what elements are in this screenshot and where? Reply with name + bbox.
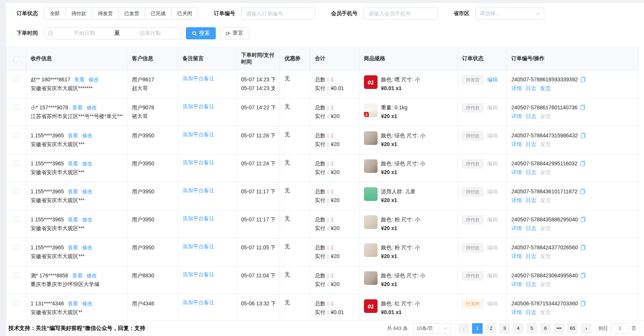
page-button-6[interactable]: 6: [540, 323, 551, 334]
more-pages-button[interactable]: •••: [554, 323, 564, 334]
modify-address-link[interactable]: 修改: [88, 76, 99, 82]
edit-order-link[interactable]: 编辑: [487, 76, 498, 82]
detail-link[interactable]: 详情: [511, 169, 522, 175]
edit-order-link[interactable]: 编辑: [487, 216, 498, 222]
date-range-picker[interactable]: 开始日期 至 结束日期: [44, 27, 182, 39]
ship-link[interactable]: 发货: [540, 169, 551, 175]
page-button-5[interactable]: 5: [526, 323, 537, 334]
copy-icon[interactable]: [581, 217, 585, 222]
page-button-3[interactable]: 3: [499, 323, 510, 334]
copy-icon[interactable]: [581, 189, 585, 194]
view-address-link[interactable]: 查看: [72, 272, 83, 278]
ship-link[interactable]: 发货: [540, 281, 551, 287]
log-link[interactable]: 日志: [526, 113, 536, 119]
copy-icon[interactable]: [581, 301, 585, 306]
add-platform-note-link[interactable]: 添加平台备注: [183, 271, 214, 277]
ship-link[interactable]: 发货: [540, 141, 551, 147]
add-platform-note-link[interactable]: 添加平台备注: [183, 131, 214, 137]
status-tab-closed[interactable]: 已关闭: [172, 8, 198, 20]
detail-link[interactable]: 详情: [511, 197, 522, 203]
row-checkbox[interactable]: [14, 244, 19, 250]
add-platform-note-link[interactable]: 添加平台备注: [183, 103, 214, 109]
row-checkbox[interactable]: [14, 300, 19, 306]
status-tab-all[interactable]: 全部: [44, 8, 66, 20]
edit-order-link[interactable]: 编辑: [487, 132, 498, 138]
copy-icon[interactable]: [581, 105, 585, 110]
add-platform-note-link[interactable]: 添加平台备注: [183, 187, 214, 193]
add-platform-note-link[interactable]: 添加平台备注: [183, 75, 214, 81]
log-link[interactable]: 日志: [526, 253, 536, 259]
ship-link[interactable]: 发货: [540, 85, 551, 91]
log-link[interactable]: 日志: [526, 281, 536, 287]
prev-page-button[interactable]: ‹: [458, 323, 469, 334]
status-tab-pending-payment[interactable]: 待付款: [66, 8, 92, 20]
modify-address-link[interactable]: 修改: [82, 300, 93, 306]
edit-order-link[interactable]: 编辑: [487, 104, 498, 110]
ship-link[interactable]: 发货: [540, 309, 551, 315]
copy-icon[interactable]: [581, 77, 585, 82]
detail-link[interactable]: 详情: [511, 85, 522, 91]
copy-icon[interactable]: [581, 161, 585, 166]
copy-icon[interactable]: [581, 245, 585, 250]
view-address-link[interactable]: 查看: [72, 104, 83, 110]
ship-link[interactable]: 发货: [540, 113, 551, 119]
log-link[interactable]: 日志: [526, 85, 536, 91]
modify-address-link[interactable]: 修改: [82, 188, 93, 194]
reset-button[interactable]: ⟳ 重置: [220, 27, 249, 39]
detail-link[interactable]: 详情: [511, 141, 522, 147]
select-all-checkbox[interactable]: [14, 56, 19, 62]
edit-order-link[interactable]: 编辑: [487, 244, 498, 250]
detail-link[interactable]: 详情: [511, 281, 522, 287]
goto-page-input[interactable]: [611, 323, 629, 334]
view-address-link[interactable]: 查看: [68, 216, 78, 222]
log-link[interactable]: 日志: [526, 169, 536, 175]
page-button-last[interactable]: 65: [567, 323, 578, 334]
ship-link[interactable]: 发货: [540, 253, 551, 259]
view-address-link[interactable]: 查看: [68, 300, 78, 306]
log-link[interactable]: 日志: [526, 309, 536, 315]
add-platform-note-link[interactable]: 添加平台备注: [183, 215, 214, 221]
page-size-select[interactable]: 10条/页: [413, 323, 451, 334]
search-button[interactable]: 搜索: [186, 27, 216, 39]
status-tab-shipped[interactable]: 已发货: [119, 8, 145, 20]
next-page-button[interactable]: ›: [581, 323, 591, 334]
modify-address-link[interactable]: 修改: [82, 216, 93, 222]
modify-address-link[interactable]: 修改: [82, 132, 93, 138]
detail-link[interactable]: 详情: [511, 113, 522, 119]
edit-order-link[interactable]: 编辑: [487, 160, 498, 166]
add-platform-note-link[interactable]: 添加平台备注: [183, 159, 214, 165]
row-checkbox[interactable]: [14, 160, 19, 166]
row-checkbox[interactable]: [14, 216, 19, 222]
modify-address-link[interactable]: 修改: [87, 272, 97, 278]
log-link[interactable]: 日志: [526, 225, 536, 231]
add-platform-note-link[interactable]: 添加平台备注: [183, 299, 214, 305]
row-checkbox[interactable]: [14, 76, 19, 82]
view-address-link[interactable]: 查看: [68, 160, 78, 166]
order-no-input[interactable]: [241, 8, 315, 20]
view-address-link[interactable]: 查看: [68, 244, 78, 250]
modify-address-link[interactable]: 修改: [82, 244, 93, 250]
row-checkbox[interactable]: [14, 104, 19, 110]
edit-order-link[interactable]: 编辑: [487, 300, 498, 306]
view-address-link[interactable]: 查看: [74, 76, 85, 82]
log-link[interactable]: 日志: [526, 197, 536, 203]
status-tab-pending-shipment[interactable]: 待发货: [92, 8, 119, 20]
page-button-2[interactable]: 2: [486, 323, 496, 334]
member-phone-input[interactable]: [364, 8, 438, 20]
ship-link[interactable]: 发货: [540, 197, 551, 203]
status-tab-completed[interactable]: 已完成: [145, 8, 172, 20]
add-platform-note-link[interactable]: 添加平台备注: [183, 243, 214, 249]
row-checkbox[interactable]: [14, 132, 19, 138]
copy-icon[interactable]: [581, 133, 585, 138]
detail-link[interactable]: 详情: [511, 253, 522, 259]
view-address-link[interactable]: 查看: [68, 188, 78, 194]
region-select[interactable]: 请选择...: [475, 8, 544, 20]
ship-link[interactable]: 发货: [540, 225, 551, 231]
page-button-1[interactable]: 1: [472, 323, 483, 334]
copy-icon[interactable]: [581, 273, 585, 278]
edit-order-link[interactable]: 编辑: [487, 188, 498, 194]
page-button-4[interactable]: 4: [513, 323, 523, 334]
view-address-link[interactable]: 查看: [68, 132, 78, 138]
modify-address-link[interactable]: 修改: [82, 160, 93, 166]
detail-link[interactable]: 详情: [511, 225, 522, 231]
